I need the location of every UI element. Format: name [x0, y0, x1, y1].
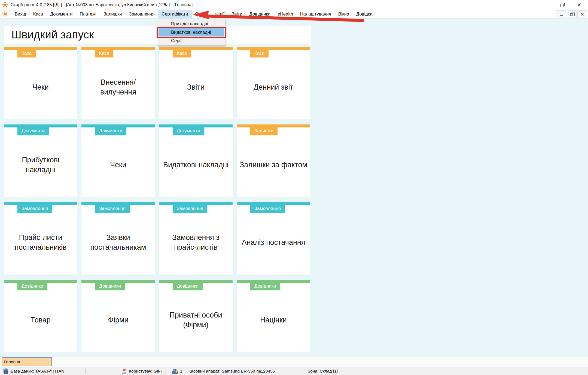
- tile-prybutkovi-nakladni[interactable]: Документи Прибуткові накладні: [4, 124, 77, 197]
- menu-bar: Вихід Каса Документи Платежі Залишки Зам…: [0, 10, 588, 19]
- window-minimize-button[interactable]: [536, 0, 553, 10]
- restore-icon: [560, 4, 563, 7]
- tile-cheky-dokumenty[interactable]: Документи Чеки: [81, 124, 155, 197]
- menu-sertyfikaty[interactable]: Сертифікати: [158, 10, 191, 19]
- page-title: Швидкий запуск: [4, 29, 94, 41]
- tile-strip: [4, 280, 77, 283]
- dropdown-item-prykhidni-nakladni[interactable]: Прихідні накладні: [158, 20, 225, 28]
- tile-strip: [159, 47, 233, 50]
- tile-vnesennia-vyluchennia[interactable]: Каса Внесення/вилучення: [81, 47, 155, 119]
- status-separator: [304, 368, 304, 374]
- tile-category-badge: Замовлення: [172, 205, 208, 213]
- tile-label: Внесення/вилучення: [84, 58, 152, 117]
- tile-zamovlennia-z-price-lystiv[interactable]: Замовлення Замовлення з прайс-листів: [159, 202, 233, 275]
- tile-label: Фірми: [84, 291, 152, 349]
- dropdown-item-serii[interactable]: Серії: [158, 36, 225, 45]
- menu-platezhi[interactable]: Платежі: [76, 10, 100, 19]
- tile-analiz-postachannia[interactable]: Замовлення Аналіз постачання: [237, 202, 310, 275]
- menu-sklad[interactable]: Склад: [192, 10, 212, 19]
- tile-strip: [159, 202, 233, 205]
- menu-vikna[interactable]: Вікна: [335, 10, 353, 19]
- menu-nalashtuvannia[interactable]: Налаштування: [297, 10, 335, 19]
- tile-strip: [4, 47, 77, 50]
- tile-pryvatni-osoby-firmy[interactable]: Довідники Приватні особи (Фірми): [159, 280, 233, 352]
- user-icon: [122, 368, 127, 374]
- tab-bar: Головна: [0, 357, 588, 367]
- tile-category-badge: Довідники: [17, 283, 48, 291]
- status-bar: База даних: TASA3@TITAN Користувач: GIFT…: [0, 367, 588, 375]
- tile-label: Звіти: [162, 58, 230, 117]
- minimize-icon: [560, 15, 563, 16]
- tile-category-badge: Каса: [250, 50, 269, 58]
- tile-category-badge: Довідники: [250, 283, 281, 291]
- tile-category-badge: Замовлення: [17, 205, 53, 213]
- tile-category-badge: Замовлення: [95, 205, 130, 213]
- tile-vydatkovi-nakladni[interactable]: Документи Видаткові накладні: [159, 124, 233, 197]
- tile-label: Товар: [7, 291, 75, 349]
- menu-zvity[interactable]: Звіти: [228, 10, 246, 19]
- main-content: Швидкий запуск Каса Чеки Каса Внесення/в…: [0, 19, 588, 357]
- tile-dennyi-zvit[interactable]: Каса Денний звіт: [237, 47, 310, 119]
- tile-strip: [237, 47, 310, 50]
- tile-strip: [81, 202, 155, 205]
- window-title: Скарб pro v. 4.0.2.85 [ІД: ] - [Апт №003…: [11, 2, 193, 7]
- menu-filii[interactable]: Філії: [212, 10, 228, 19]
- menu-dokumenty[interactable]: Документи: [47, 10, 76, 19]
- tile-strip: [237, 202, 310, 205]
- child-close-button[interactable]: ×: [577, 10, 587, 18]
- tile-label: Заявки постачальникам: [84, 213, 152, 272]
- tile-tovar[interactable]: Довідники Товар: [4, 280, 77, 352]
- tile-price-lysty-postachalnykiv[interactable]: Замовлення Прайс-листи постачальників: [4, 202, 77, 275]
- close-icon: ×: [577, 2, 581, 8]
- status-separator: [166, 368, 166, 374]
- window-close-button[interactable]: ×: [571, 0, 588, 10]
- tile-strip: [4, 124, 77, 127]
- tile-label: Аналіз постачання: [239, 213, 307, 272]
- child-restore-button[interactable]: [567, 10, 577, 18]
- menu-zalyshky[interactable]: Залишки: [100, 10, 126, 19]
- tile-category-badge: Довідники: [95, 283, 126, 291]
- status-database: База даних: TASA3@TITAN: [3, 367, 64, 375]
- tile-cheky-kasa[interactable]: Каса Чеки: [4, 47, 77, 119]
- tile-strip: [4, 202, 77, 205]
- tile-zalyshky-za-faktom[interactable]: Залишки Залишки за фактом: [237, 124, 310, 197]
- tile-label: Націнки: [239, 291, 307, 349]
- tile-label: Денний звіт: [239, 58, 307, 117]
- tile-zaiavky-postachalnykam[interactable]: Замовлення Заявки постачальникам: [81, 202, 155, 275]
- menu-dovidka[interactable]: Довідка: [353, 10, 376, 19]
- tile-strip: [81, 124, 155, 127]
- status-separator: [85, 368, 86, 374]
- title-bar: Скарб pro v. 4.0.2.85 [ІД: ] - [Апт №003…: [0, 0, 588, 10]
- status-register: Касовий апарат: Samsung ER-350 №123456: [188, 367, 275, 375]
- close-icon: ×: [581, 11, 584, 17]
- tile-zvity-kasa[interactable]: Каса Звіти: [159, 47, 233, 119]
- menu-zamovlennia[interactable]: Замовлення: [125, 10, 158, 19]
- tile-category-badge: Довідники: [172, 283, 203, 291]
- window-restore-button[interactable]: [553, 0, 571, 10]
- tab-golovna[interactable]: Головна: [2, 357, 52, 366]
- tile-label: Залишки за фактом: [239, 135, 307, 194]
- tile-natsinky[interactable]: Довідники Націнки: [237, 280, 310, 352]
- tile-strip: [159, 280, 233, 283]
- child-minimize-button[interactable]: [556, 10, 566, 18]
- menu-ehealth[interactable]: eHealth: [274, 10, 297, 19]
- tile-category-badge: Замовлення: [250, 205, 285, 213]
- tile-strip: [81, 47, 155, 50]
- status-user: Користувач: GIFT: [122, 367, 163, 375]
- heading-band: Швидкий запуск: [4, 26, 311, 44]
- minimize-icon: [543, 5, 547, 5]
- database-icon: [3, 368, 8, 374]
- tile-strip: [159, 124, 233, 127]
- tile-label: Прибуткові накладні: [7, 135, 75, 194]
- menu-kasa[interactable]: Каса: [30, 10, 47, 19]
- dropdown-item-vydatkovi-nakladni[interactable]: Видаткові накладні: [159, 28, 224, 36]
- tile-category-badge: Залишки: [250, 127, 278, 136]
- tile-label: Чеки: [7, 58, 75, 117]
- tile-strip: [237, 124, 310, 127]
- tile-category-badge: Каса: [17, 50, 36, 58]
- menu-vykhid[interactable]: Вихід: [11, 10, 30, 19]
- tile-firmy[interactable]: Довідники Фірми: [81, 280, 155, 352]
- tile-category-badge: Каса: [172, 50, 191, 58]
- menu-dovidnyky[interactable]: Довідники: [246, 10, 274, 19]
- app-logo-icon: [2, 2, 8, 8]
